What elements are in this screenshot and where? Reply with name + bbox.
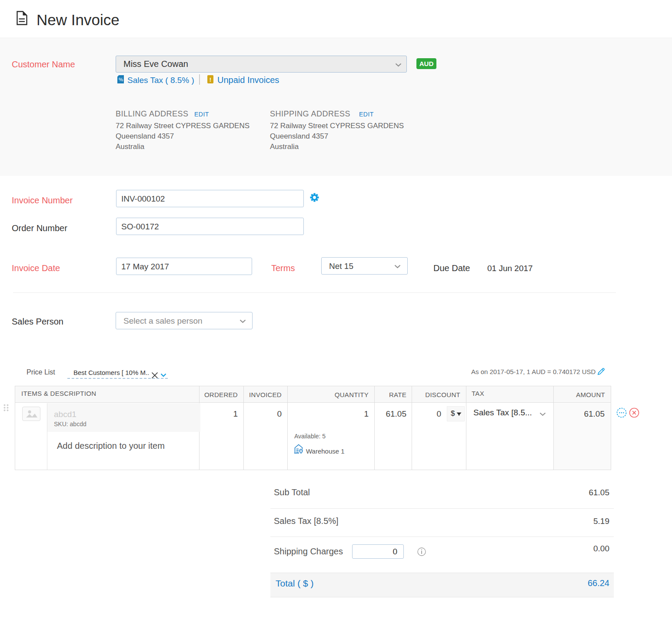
svg-text:%: % bbox=[119, 77, 123, 82]
svg-text:!: ! bbox=[210, 76, 211, 83]
